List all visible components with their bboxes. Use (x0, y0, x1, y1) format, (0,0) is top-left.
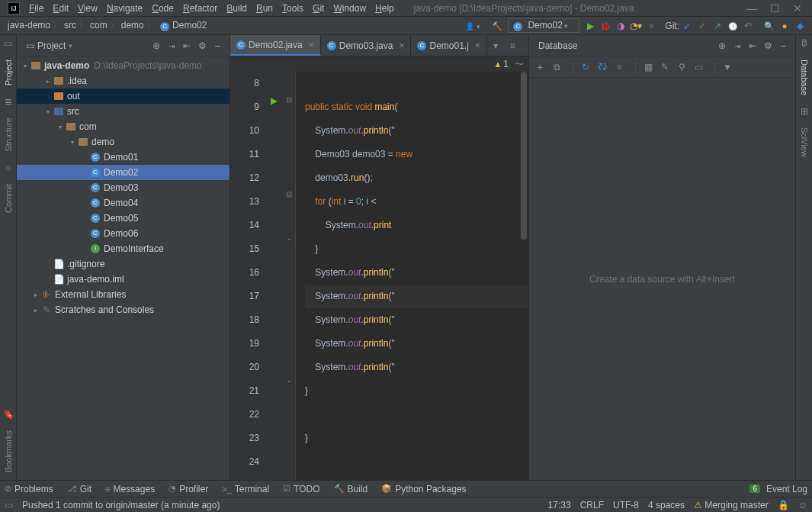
ide-settings-icon[interactable]: ◆ (792, 21, 807, 31)
toolwindow-problems[interactable]: ⊘Problems (5, 484, 53, 494)
db-edit-icon[interactable]: ✎ (657, 62, 672, 72)
tree-item-demo01[interactable]: CDemo01 (17, 150, 229, 165)
status-agent-icon[interactable]: ☺ (798, 500, 807, 510)
menu-help[interactable]: Help (371, 2, 399, 15)
profile-button[interactable]: ◔▾ (628, 21, 644, 31)
menu-run[interactable]: Run (252, 2, 278, 15)
tab-bookmarks[interactable]: Bookmarks (2, 423, 14, 480)
menu-view[interactable]: View (73, 2, 102, 15)
close-tab-icon[interactable]: × (475, 40, 480, 51)
database-icon[interactable]: 🛢 (799, 38, 810, 49)
code-line[interactable]: System.out.println(" (305, 285, 528, 308)
run-config-select[interactable]: C Demo02 (508, 18, 579, 33)
close-tab-icon[interactable]: × (309, 40, 314, 50)
scrollbar-thumb[interactable] (521, 72, 527, 240)
toolwindow-terminal[interactable]: >_Terminal (222, 484, 269, 494)
project-icon[interactable]: ▭ (3, 38, 14, 49)
code-line[interactable]: } (305, 237, 528, 261)
db-stop-icon[interactable] (611, 62, 627, 72)
status-lock-icon[interactable]: 🔒 (778, 500, 789, 510)
menu-tools[interactable]: Tools (278, 2, 308, 15)
code-line[interactable] (305, 72, 528, 95)
git-commit-icon[interactable] (695, 21, 710, 31)
git-push-icon[interactable] (710, 21, 725, 31)
tree-item-demo[interactable]: ▾demo (17, 134, 229, 150)
sciview-icon[interactable]: ⊞ (799, 106, 810, 117)
tree-item-out[interactable]: out (17, 89, 229, 104)
toolwindow-messages[interactable]: ≡Messages (105, 484, 155, 494)
db-sync-icon[interactable]: 🗘 (595, 62, 610, 72)
code-line[interactable]: demo03.run(); (305, 166, 528, 190)
code-with-me-icon[interactable] (465, 21, 480, 31)
code-line[interactable]: } (305, 427, 528, 450)
tab-database[interactable]: Database (798, 52, 810, 103)
panel-settings-icon[interactable] (194, 40, 210, 51)
tree-item-scratches and consoles[interactable]: ▸✎Scratches and Consoles (17, 302, 229, 317)
toolwindow-todo[interactable]: ☑TODO (283, 484, 319, 494)
close-tab-icon[interactable]: × (399, 40, 404, 51)
event-log[interactable]: 6Event Log (749, 484, 807, 494)
warning-badge[interactable]: ▲ 1 (493, 59, 509, 69)
tree-root[interactable]: ▾java-demoD:\IdeaProjects\java-demo (17, 58, 229, 73)
db-settings-icon[interactable] (760, 40, 775, 51)
tab-sciview[interactable]: SciView (798, 120, 810, 165)
tree-item-external libraries[interactable]: ▸⊪External Libraries (17, 287, 229, 302)
menu-code[interactable]: Code (147, 2, 178, 15)
db-expand-icon[interactable] (730, 40, 745, 51)
close-button[interactable]: ✕ (786, 2, 809, 14)
menu-edit[interactable]: Edit (48, 2, 73, 15)
build-button[interactable] (489, 21, 505, 31)
project-tree[interactable]: ▾java-demoD:\IdeaProjects\java-demo▸.ide… (17, 56, 229, 480)
structure-icon[interactable]: ≣ (3, 96, 14, 107)
stop-button[interactable] (644, 21, 659, 31)
menu-file[interactable]: File (24, 2, 48, 15)
commit-icon[interactable]: ○ (3, 163, 14, 173)
db-diagram-icon[interactable]: ▭ (691, 62, 706, 72)
db-add-icon[interactable] (532, 61, 547, 73)
db-table-icon[interactable]: ▦ (640, 62, 656, 72)
tab-project[interactable]: Project (2, 52, 14, 93)
breadcrumb[interactable]: java-demo〉src〉com〉demo〉 CDemo02 (5, 18, 210, 34)
tree-item-java-demo.iml[interactable]: 📄java-demo.iml (17, 272, 229, 287)
db-collapse-icon[interactable]: ⇤ (745, 40, 760, 51)
code-area[interactable]: 89101112131415161718192021222324 ▶ ⊟⊟⌃⌃ … (230, 72, 528, 480)
run-button[interactable] (583, 21, 598, 31)
toolwindow-python-packages[interactable]: 📦Python Packages (381, 484, 466, 494)
project-panel-title[interactable]: ▭Project▾ (21, 39, 77, 53)
tab-commit[interactable]: Commit (2, 176, 14, 221)
tabs-list-icon[interactable]: ≡ (504, 35, 522, 56)
code-line[interactable]: System.out.println(" (305, 308, 528, 332)
git-rollback-icon[interactable] (740, 21, 756, 31)
tree-item-.gitignore[interactable]: 📄.gitignore (17, 256, 229, 272)
db-hide-icon[interactable] (775, 40, 791, 52)
expand-all-icon[interactable] (164, 40, 179, 51)
tree-item-com[interactable]: ▾com (17, 119, 229, 134)
maximize-button[interactable]: ☐ (763, 2, 786, 14)
code-line[interactable]: System.out.println(" (305, 119, 528, 143)
inspection-indicator-icon[interactable]: 〜 (515, 58, 524, 71)
code-line[interactable]: Demo03 demo03 = new (305, 143, 528, 166)
run-line-icon[interactable]: ▶ (265, 95, 282, 106)
code-line[interactable]: System.out.println(" (305, 356, 528, 379)
menu-window[interactable]: Window (329, 2, 371, 15)
code-line[interactable] (305, 403, 528, 427)
collapse-all-icon[interactable]: ⇤ (179, 40, 194, 51)
toolwindow-git[interactable]: ⎇Git (67, 484, 91, 494)
tree-item-demo06[interactable]: CDemo06 (17, 226, 229, 241)
search-everywhere-icon[interactable] (762, 21, 777, 31)
menu-git[interactable]: Git (308, 2, 329, 15)
tree-item-demo04[interactable]: CDemo04 (17, 195, 229, 211)
menu-refactor[interactable]: Refactor (178, 2, 222, 15)
db-duplicate-icon[interactable]: ⧉ (549, 62, 564, 72)
fold-gutter[interactable]: ⊟⊟⌃⌃ (282, 72, 296, 480)
tabs-dropdown[interactable]: ▾ (487, 35, 504, 56)
tree-item-demointerface[interactable]: IDemoInterface (17, 241, 229, 256)
debug-button[interactable] (598, 21, 613, 31)
db-key-icon[interactable]: ⚲ (674, 62, 689, 72)
fold-icon[interactable]: ⌃ (282, 379, 295, 388)
code-line[interactable]: for (int i = 0; i < (305, 190, 528, 214)
db-filter-icon[interactable]: ▼ (720, 62, 735, 72)
status-encoding[interactable]: UTF-8 (613, 500, 639, 510)
menu-navigate[interactable]: Navigate (102, 2, 147, 15)
git-pull-icon[interactable] (679, 21, 695, 31)
